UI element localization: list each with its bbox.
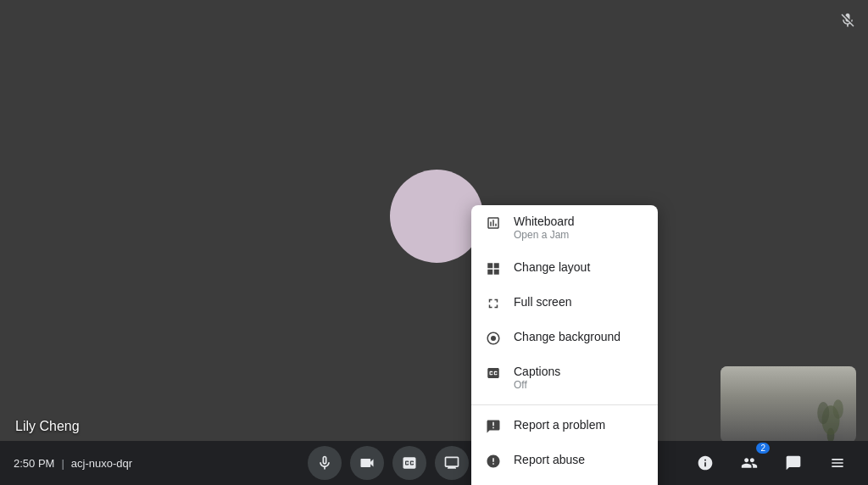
menu-item-report-abuse[interactable]: Report abuse [471,443,658,478]
divider-time: | [61,457,64,470]
captions-title: Captions [514,364,644,379]
captions-subtitle: Off [514,379,644,393]
captions-button[interactable] [392,446,426,480]
meeting-tools: 2 [688,446,854,480]
meeting-info: 2:50 PM | acj-nuxo-dqr [14,457,132,470]
participant-avatar [390,170,483,263]
fullscreen-title: Full screen [514,294,644,309]
menu-item-fullscreen[interactable]: Full screen [471,286,658,321]
participant-name: Lily Cheng [15,419,80,434]
menu-divider-1 [471,404,658,405]
chat-button[interactable] [776,446,810,480]
mic-button[interactable] [308,446,342,480]
layout-title: Change layout [514,259,644,275]
activities-button[interactable] [821,446,854,480]
menu-item-change-layout[interactable]: Change layout [471,251,658,286]
menu-item-whiteboard[interactable]: Whiteboard Open a Jam [471,205,658,251]
context-menu: Whiteboard Open a Jam Change layout [471,205,658,485]
report-icon [485,418,502,435]
layout-icon [485,260,502,277]
whiteboard-title: Whiteboard [514,214,644,229]
participants-wrapper: 2 [732,446,766,480]
meeting-time: 2:50 PM [14,457,54,470]
svg-point-3 [833,399,843,419]
menu-item-troubleshooting[interactable]: Troubleshooting & help [471,478,658,485]
info-button[interactable] [688,446,722,480]
whiteboard-subtitle: Open a Jam [514,229,644,242]
whiteboard-icon [485,215,502,231]
camera-button[interactable] [350,446,384,480]
meeting-code: acj-nuxo-dqr [71,457,132,470]
participants-badge: 2 [756,443,770,454]
self-view-thumbnail[interactable] [721,366,856,443]
menu-item-report-problem[interactable]: Report a problem [471,409,658,443]
svg-point-2 [817,402,829,424]
menu-item-captions[interactable]: Captions Off [471,355,658,401]
report-abuse-title: Report abuse [514,452,644,467]
background-title: Change background [514,329,644,344]
bottom-bar: 2:50 PM | acj-nuxo-dqr [0,441,868,485]
present-button[interactable] [435,446,469,480]
background-icon [485,330,502,347]
abuse-icon [485,453,502,470]
report-problem-title: Report a problem [514,417,644,432]
main-video-area: Lily Cheng Whiteboard Open [0,0,868,485]
mute-icon [839,12,856,33]
captions-icon [485,365,502,382]
svg-point-4 [491,336,496,341]
menu-item-change-background[interactable]: Change background [471,321,658,355]
fullscreen-icon [485,295,502,312]
